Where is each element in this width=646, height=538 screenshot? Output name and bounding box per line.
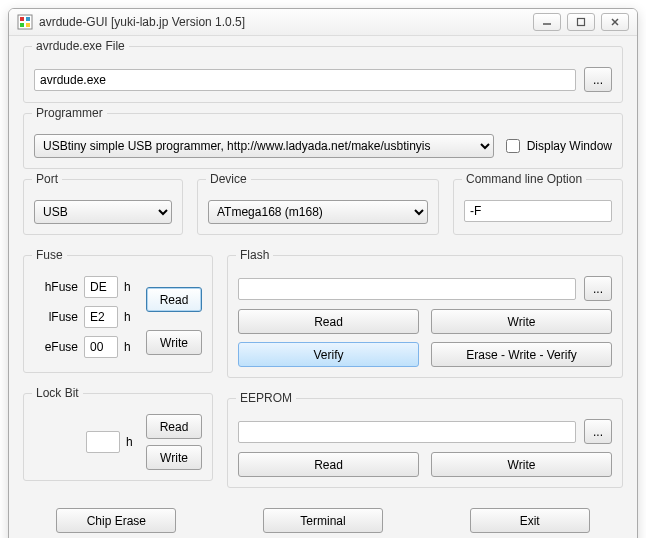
hfuse-input[interactable] [84, 276, 118, 298]
chip-erase-button[interactable]: Chip Erase [56, 508, 176, 533]
efuse-label: eFuse [34, 340, 78, 354]
display-window-label: Display Window [527, 139, 612, 153]
eeprom-group: EEPROM ... Read Write [227, 398, 623, 488]
fuse-group: Fuse hFuse h lFuse h [23, 255, 213, 373]
avrdude-file-group: avrdude.exe File ... [23, 46, 623, 103]
flash-group: Flash ... Read Write Verify Erase - Writ… [227, 255, 623, 378]
lockbit-label: Lock Bit [32, 386, 83, 400]
minimize-button[interactable] [533, 13, 561, 31]
hex-suffix: h [126, 435, 138, 449]
flash-path-input[interactable] [238, 278, 576, 300]
avrdude-file-browse-button[interactable]: ... [584, 67, 612, 92]
cmdline-group: Command line Option [453, 179, 623, 235]
efuse-input[interactable] [84, 336, 118, 358]
hfuse-label: hFuse [34, 280, 78, 294]
flash-label: Flash [236, 248, 273, 262]
svg-rect-3 [20, 23, 24, 27]
eeprom-path-input[interactable] [238, 421, 576, 443]
flash-read-button[interactable]: Read [238, 309, 419, 334]
avrdude-file-label: avrdude.exe File [32, 39, 129, 53]
eeprom-label: EEPROM [236, 391, 296, 405]
device-group: Device ATmega168 (m168) [197, 179, 439, 235]
lfuse-label: lFuse [34, 310, 78, 324]
device-select[interactable]: ATmega168 (m168) [208, 200, 428, 224]
eeprom-write-button[interactable]: Write [431, 452, 612, 477]
flash-write-button[interactable]: Write [431, 309, 612, 334]
hex-suffix: h [124, 280, 136, 294]
bottom-button-row: Chip Erase Terminal Exit [23, 508, 623, 533]
exit-button[interactable]: Exit [470, 508, 590, 533]
port-group: Port USB [23, 179, 183, 235]
fuse-write-button[interactable]: Write [146, 330, 202, 355]
app-icon [17, 14, 33, 30]
cmdline-input[interactable] [464, 200, 612, 222]
port-label: Port [32, 172, 62, 186]
svg-rect-1 [20, 17, 24, 21]
svg-rect-6 [578, 19, 585, 26]
device-label: Device [206, 172, 251, 186]
avrdude-file-input[interactable] [34, 69, 576, 91]
flash-browse-button[interactable]: ... [584, 276, 612, 301]
titlebar: avrdude-GUI [yuki-lab.jp Version 1.0.5] [9, 9, 637, 36]
eeprom-browse-button[interactable]: ... [584, 419, 612, 444]
maximize-button[interactable] [567, 13, 595, 31]
lfuse-input[interactable] [84, 306, 118, 328]
hex-suffix: h [124, 310, 136, 324]
lockbit-input[interactable] [86, 431, 120, 453]
programmer-select[interactable]: USBtiny simple USB programmer, http://ww… [34, 134, 494, 158]
fuse-label: Fuse [32, 248, 67, 262]
display-window-checkbox[interactable] [506, 139, 520, 153]
app-window: avrdude-GUI [yuki-lab.jp Version 1.0.5] … [8, 8, 638, 538]
hex-suffix: h [124, 340, 136, 354]
svg-rect-4 [26, 23, 30, 27]
close-button[interactable] [601, 13, 629, 31]
fuse-read-button[interactable]: Read [146, 287, 202, 312]
terminal-button[interactable]: Terminal [263, 508, 383, 533]
window-controls [533, 13, 629, 31]
cmdline-label: Command line Option [462, 172, 586, 186]
client-area: avrdude.exe File ... Programmer USBtiny … [9, 36, 637, 538]
lockbit-write-button[interactable]: Write [146, 445, 202, 470]
window-title: avrdude-GUI [yuki-lab.jp Version 1.0.5] [39, 15, 527, 29]
eeprom-read-button[interactable]: Read [238, 452, 419, 477]
svg-rect-2 [26, 17, 30, 21]
lockbit-read-button[interactable]: Read [146, 414, 202, 439]
port-select[interactable]: USB [34, 200, 172, 224]
flash-verify-button[interactable]: Verify [238, 342, 419, 367]
programmer-label: Programmer [32, 106, 107, 120]
lockbit-group: Lock Bit h Read Write [23, 393, 213, 481]
flash-ewv-button[interactable]: Erase - Write - Verify [431, 342, 612, 367]
programmer-group: Programmer USBtiny simple USB programmer… [23, 113, 623, 169]
